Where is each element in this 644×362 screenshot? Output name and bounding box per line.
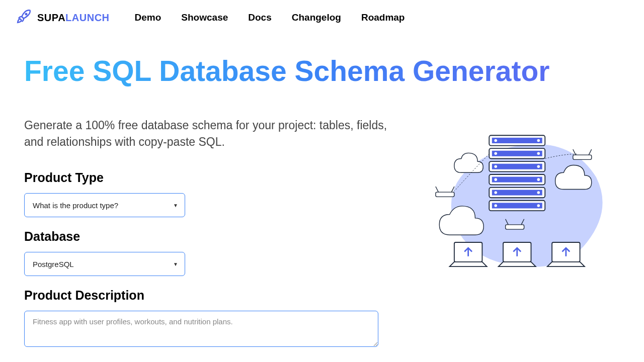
- brand-logo[interactable]: SUPALAUNCH: [16, 9, 110, 26]
- nav-demo[interactable]: Demo: [135, 12, 162, 23]
- svg-point-11: [494, 165, 497, 168]
- svg-line-30: [589, 149, 592, 155]
- svg-point-8: [537, 152, 540, 155]
- svg-rect-6: [492, 150, 542, 156]
- svg-point-3: [494, 139, 497, 142]
- svg-point-19: [494, 191, 497, 194]
- svg-rect-14: [492, 176, 542, 182]
- svg-rect-31: [506, 225, 524, 229]
- svg-rect-28: [573, 155, 592, 159]
- svg-point-24: [537, 204, 540, 207]
- product-type-select[interactable]: What is the product type?: [24, 193, 185, 217]
- page-subtitle: Generate a 100% free database schema for…: [24, 117, 393, 151]
- svg-point-20: [537, 191, 540, 194]
- product-type-label: Product Type: [24, 170, 393, 185]
- svg-rect-22: [492, 203, 542, 208]
- nav-changelog[interactable]: Changelog: [292, 12, 341, 23]
- svg-point-12: [537, 165, 540, 168]
- svg-marker-35: [450, 262, 487, 266]
- rocket-icon: [16, 9, 31, 26]
- svg-line-26: [436, 187, 439, 192]
- product-description-label: Product Description: [24, 288, 393, 303]
- svg-rect-25: [436, 192, 454, 197]
- svg-point-4: [537, 139, 540, 142]
- brand-name: SUPALAUNCH: [37, 12, 110, 24]
- main-nav: Demo Showcase Docs Changelog Roadmap: [135, 12, 405, 23]
- nav-roadmap[interactable]: Roadmap: [361, 12, 405, 23]
- database-label: Database: [24, 229, 393, 244]
- svg-point-23: [494, 204, 497, 207]
- svg-marker-39: [547, 262, 585, 266]
- nav-docs[interactable]: Docs: [248, 12, 271, 23]
- database-select[interactable]: PostgreSQL: [24, 252, 185, 276]
- server-cloud-illustration: [429, 122, 615, 290]
- product-description-input[interactable]: [24, 311, 378, 347]
- svg-point-15: [494, 178, 497, 181]
- svg-rect-10: [492, 163, 542, 169]
- svg-point-16: [537, 178, 540, 181]
- main-header: SUPALAUNCH Demo Showcase Docs Changelog …: [0, 0, 644, 35]
- svg-rect-18: [492, 190, 542, 195]
- svg-point-0: [26, 14, 27, 15]
- nav-showcase[interactable]: Showcase: [181, 12, 228, 23]
- svg-marker-37: [499, 262, 536, 266]
- main-content: Free SQL Database Schema Generator Gener…: [0, 35, 644, 361]
- page-title: Free SQL Database Schema Generator: [24, 55, 620, 87]
- svg-rect-2: [492, 138, 542, 143]
- svg-point-7: [494, 152, 497, 155]
